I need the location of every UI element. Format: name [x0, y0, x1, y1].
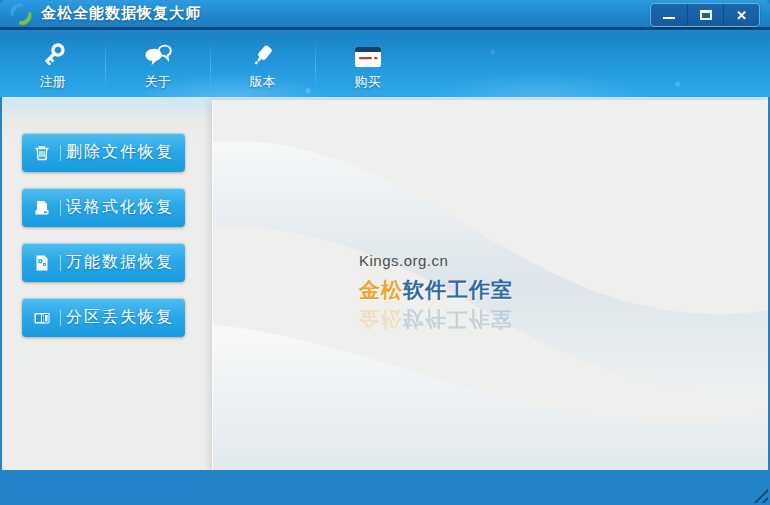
close-icon: ✕ [736, 9, 747, 22]
glue-pen-icon [249, 39, 277, 69]
resize-grip[interactable] [748, 483, 768, 503]
main-panel: Kings.org.cn 金松软件工作室 金松软件工作室 [213, 100, 768, 470]
toolbar-item-label: 关于 [145, 73, 171, 91]
partition-icon [33, 309, 51, 327]
maximize-icon [700, 10, 712, 20]
watermark: Kings.org.cn 金松软件工作室 金松软件工作室 [359, 252, 513, 333]
sidebar-button-deleted-file-recovery[interactable]: 删除文件恢复 [22, 133, 185, 172]
chat-bubbles-icon [143, 39, 173, 69]
window-title: 金松全能数据恢复大师 [41, 4, 201, 23]
sidebar-button-universal-recovery[interactable]: 万能数据恢复 [22, 243, 185, 282]
toolbar-version-button[interactable]: 版本 [210, 33, 315, 97]
watermark-url: Kings.org.cn [359, 252, 513, 269]
bottom-bar [0, 470, 770, 505]
sidebar-button-label: 删除文件恢复 [61, 142, 185, 163]
sidebar-button-label: 万能数据恢复 [61, 252, 185, 273]
toolbar-item-label: 购买 [355, 73, 381, 91]
trash-icon [33, 144, 51, 162]
window-controls: ✕ [650, 3, 760, 27]
watermark-reflection: 金松软件工作室 [359, 305, 513, 333]
watermark-brand: 金松软件工作室 [359, 276, 513, 304]
content-area: 删除文件恢复 误格式化恢复 [2, 97, 768, 470]
toolbar-about-button[interactable]: 关于 [105, 33, 210, 97]
maximize-button[interactable] [687, 4, 723, 26]
toolbar-item-label: 注册 [40, 73, 66, 91]
format-disk-icon [33, 199, 51, 217]
toolbar-buy-button[interactable]: 购买 [315, 33, 420, 97]
sidebar-button-format-recovery[interactable]: 误格式化恢复 [22, 188, 185, 227]
minimize-icon [663, 17, 675, 19]
app-logo-icon [9, 2, 33, 26]
toolbar-item-label: 版本 [250, 73, 276, 91]
titlebar[interactable]: 金松全能数据恢复大师 ✕ [0, 0, 770, 30]
sidebar-button-label: 分区丢失恢复 [61, 307, 185, 328]
toolbar-register-button[interactable]: 注册 [0, 33, 105, 97]
close-button[interactable]: ✕ [723, 4, 759, 26]
toolbar: 注册 关于 版本 [0, 33, 770, 97]
banknote-icon [353, 39, 383, 69]
sidebar-button-partition-recovery[interactable]: 分区丢失恢复 [22, 298, 185, 337]
brand-rest: 软件工作室 [403, 278, 513, 301]
key-icon [39, 39, 67, 69]
document-gear-icon [33, 254, 51, 272]
app-window: 金松全能数据恢复大师 ✕ [0, 0, 770, 505]
sidebar-button-label: 误格式化恢复 [61, 197, 185, 218]
minimize-button[interactable] [651, 4, 687, 26]
brand-first: 金松 [359, 278, 403, 301]
